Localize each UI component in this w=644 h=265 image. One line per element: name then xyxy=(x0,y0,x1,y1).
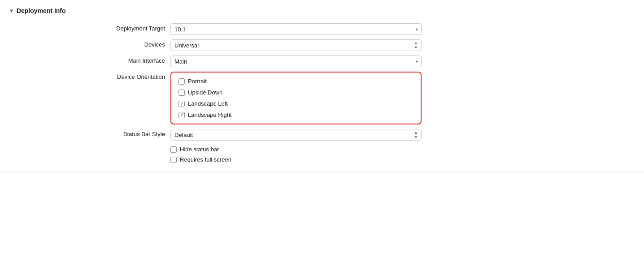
device-orientation-row: Device Orientation Portrait Upside Down xyxy=(18,72,635,124)
form-rows: Deployment Target 10.1 ▾ Devices Univers… xyxy=(9,23,635,163)
orientation-box: Portrait Upside Down Landscape Left xyxy=(170,72,422,124)
landscape-left-label: Landscape Left xyxy=(188,100,228,107)
portrait-label: Portrait xyxy=(188,78,207,85)
portrait-checkbox[interactable] xyxy=(178,78,185,85)
orientation-checkboxes: Portrait Upside Down Landscape Left xyxy=(178,78,413,118)
deployment-target-row: Deployment Target 10.1 ▾ xyxy=(18,23,635,35)
landscape-right-checkbox[interactable] xyxy=(178,112,185,118)
portrait-checkbox-row: Portrait xyxy=(178,78,413,85)
deployment-target-dropdown-wrapper: 10.1 ▾ xyxy=(170,23,422,35)
devices-control: Universal ▲ ▼ xyxy=(170,39,422,51)
deployment-target-label: Deployment Target xyxy=(18,23,170,32)
section-header: ▼ Deployment Info xyxy=(9,7,635,14)
requires-full-screen-checkbox-row: Requires full screen xyxy=(170,156,422,163)
status-bar-style-select[interactable]: Default xyxy=(170,129,422,141)
hide-status-bar-checkbox-row: Hide status bar xyxy=(170,146,422,153)
landscape-left-checkbox[interactable] xyxy=(178,101,185,107)
plain-checkboxes: Hide status bar Requires full screen xyxy=(170,146,422,163)
section-title: Deployment Info xyxy=(17,7,66,14)
status-bar-style-row: Status Bar Style Default ▲ ▼ xyxy=(18,129,635,141)
deployment-info-section: ▼ Deployment Info Deployment Target 10.1… xyxy=(0,0,644,172)
device-orientation-label: Device Orientation xyxy=(18,72,170,80)
landscape-right-label: Landscape Right xyxy=(188,111,232,118)
main-interface-row: Main Interface Main ▾ xyxy=(18,56,635,67)
devices-dropdown-wrapper: Universal ▲ ▼ xyxy=(170,39,422,51)
status-bar-style-dropdown-wrapper: Default ▲ ▼ xyxy=(170,129,422,141)
device-orientation-control: Portrait Upside Down Landscape Left xyxy=(170,72,422,124)
upside-down-label: Upside Down xyxy=(188,89,222,96)
hide-status-bar-label: Hide status bar xyxy=(180,146,219,153)
requires-full-screen-label: Requires full screen xyxy=(180,156,231,163)
main-interface-control: Main ▾ xyxy=(170,56,422,67)
status-bar-style-label: Status Bar Style xyxy=(18,129,170,137)
deployment-target-control: 10.1 ▾ xyxy=(170,23,422,35)
landscape-left-checkbox-row: Landscape Left xyxy=(178,100,413,107)
devices-select[interactable]: Universal xyxy=(170,39,422,51)
hide-status-bar-checkbox[interactable] xyxy=(170,146,177,153)
hide-status-bar-control: Hide status bar Requires full screen xyxy=(170,145,422,163)
devices-row: Devices Universal ▲ ▼ xyxy=(18,39,635,51)
main-interface-dropdown-wrapper: Main ▾ xyxy=(170,56,422,67)
landscape-right-checkbox-row: Landscape Right xyxy=(178,111,413,118)
collapse-triangle-icon[interactable]: ▼ xyxy=(9,8,14,13)
main-interface-select[interactable]: Main xyxy=(170,56,422,67)
upside-down-checkbox-row: Upside Down xyxy=(178,89,413,96)
requires-full-screen-checkbox[interactable] xyxy=(170,157,177,163)
hide-status-bar-row: Hide status bar Requires full screen xyxy=(18,145,635,163)
upside-down-checkbox[interactable] xyxy=(178,90,185,96)
status-bar-style-control: Default ▲ ▼ xyxy=(170,129,422,141)
deployment-target-select[interactable]: 10.1 xyxy=(170,23,422,35)
main-interface-label: Main Interface xyxy=(18,56,170,64)
hide-status-bar-spacer xyxy=(18,145,170,147)
devices-label: Devices xyxy=(18,39,170,48)
